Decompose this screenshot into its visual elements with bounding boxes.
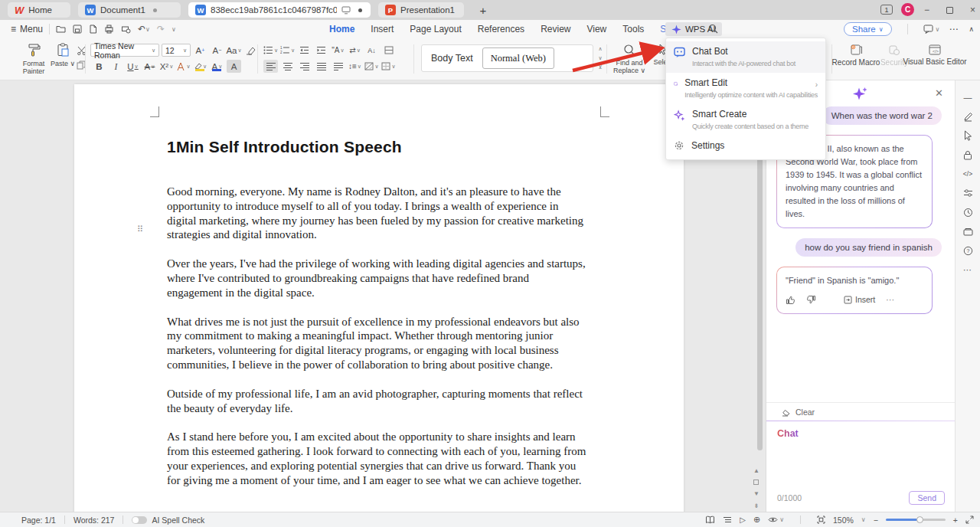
- tab-menu-home[interactable]: Home: [329, 24, 354, 34]
- clear-format-button[interactable]: [243, 44, 258, 57]
- next-page-double-icon[interactable]: ⇟: [754, 502, 760, 509]
- vertical-scrollbar[interactable]: [757, 129, 763, 450]
- outline-view-icon[interactable]: [723, 516, 732, 524]
- style-normal-web[interactable]: Normal (Web): [482, 47, 554, 69]
- zoom-dropdown-icon[interactable]: ∨: [861, 516, 866, 523]
- styles-down-icon[interactable]: ∨: [598, 55, 602, 61]
- edit-pen-icon[interactable]: [962, 110, 974, 123]
- tab-presentation1[interactable]: P Presentation1: [378, 2, 464, 18]
- tab-menu-insert[interactable]: Insert: [371, 24, 394, 34]
- read-mode-icon[interactable]: ▷: [740, 516, 746, 524]
- toolbar-more-icon[interactable]: ∨: [172, 26, 176, 33]
- export-pdf-button[interactable]: [89, 25, 97, 34]
- send-button[interactable]: Send: [909, 491, 945, 505]
- prev-page-icon[interactable]: ▲: [753, 467, 760, 474]
- thumbs-down-icon[interactable]: [806, 295, 816, 305]
- increase-indent-button[interactable]: [314, 44, 328, 57]
- close-panel-icon[interactable]: ✕: [935, 88, 943, 98]
- align-left-button[interactable]: [263, 60, 278, 73]
- paragraph[interactable]: What drives me is not just the pursuit o…: [167, 315, 587, 372]
- styles-more-icon[interactable]: ⊻: [598, 64, 602, 70]
- tab-menu-review[interactable]: Review: [541, 24, 570, 34]
- document-title[interactable]: 1Min Self Introduction Speech: [167, 138, 587, 156]
- eye-preview-icon[interactable]: ∨: [768, 516, 784, 523]
- tab-document1[interactable]: W Document1: [78, 2, 181, 18]
- strikethrough-button[interactable]: A∨: [142, 60, 157, 73]
- numbered-list-button[interactable]: 12∨: [280, 44, 295, 57]
- print-button[interactable]: [104, 25, 114, 34]
- paragraph[interactable]: Outside of my professional life, I am an…: [167, 387, 587, 416]
- superscript-button[interactable]: X²∨: [159, 60, 174, 73]
- minimize-button[interactable]: −: [924, 5, 929, 15]
- italic-button[interactable]: I: [109, 60, 123, 73]
- tab-menu-view[interactable]: View: [586, 24, 606, 34]
- style-body-text[interactable]: Body Text: [422, 53, 482, 64]
- print-preview-button[interactable]: [121, 25, 131, 34]
- tab-menu-page-layout[interactable]: Page Layout: [410, 24, 461, 34]
- text-effects-button[interactable]: ∨: [176, 60, 191, 73]
- web-layout-icon[interactable]: ⊕: [753, 515, 760, 525]
- search-icon[interactable]: [708, 24, 718, 34]
- more-actions-icon[interactable]: ⋯: [886, 293, 895, 306]
- spell-check-toggle[interactable]: [132, 516, 147, 524]
- paragraph[interactable]: As I stand here before you, I am excited…: [167, 430, 587, 487]
- history-clock-icon[interactable]: [962, 206, 974, 218]
- show-marks-button[interactable]: [381, 44, 396, 57]
- card-panel-icon[interactable]: [962, 225, 974, 237]
- new-tab-button[interactable]: +: [475, 2, 492, 18]
- paragraph[interactable]: Good morning, everyone. My name is Rodne…: [167, 185, 587, 242]
- word-count[interactable]: Words: 217: [74, 516, 115, 525]
- code-icon[interactable]: </>: [962, 168, 974, 180]
- more-options-button[interactable]: ⋯: [949, 24, 959, 34]
- undo-button[interactable]: ↶∨: [138, 24, 150, 34]
- borders-button[interactable]: ∨: [381, 60, 396, 73]
- restore-button[interactable]: [946, 7, 953, 14]
- collapse-strip-icon[interactable]: —: [962, 91, 974, 103]
- window-list-badge[interactable]: 1: [880, 5, 893, 15]
- decrease-indent-button[interactable]: [297, 44, 312, 57]
- clear-button[interactable]: Clear: [766, 403, 956, 421]
- close-button[interactable]: ×: [970, 5, 975, 15]
- highlight-color-button[interactable]: ∨: [193, 60, 207, 73]
- chat-input[interactable]: [766, 449, 956, 489]
- main-menu-button[interactable]: ≡ Menu: [11, 24, 43, 34]
- underline-button[interactable]: U∨: [126, 60, 140, 73]
- menu-item-settings[interactable]: Settings: [666, 136, 825, 156]
- font-color-button[interactable]: A∨: [210, 60, 224, 73]
- next-page-icon[interactable]: ▼: [753, 490, 760, 497]
- font-name-select[interactable]: Times New Roman∨: [90, 44, 159, 57]
- zoom-slider[interactable]: [886, 519, 946, 521]
- paragraph[interactable]: Over the years, I've had the privilege o…: [167, 257, 587, 300]
- align-right-button[interactable]: [297, 60, 312, 73]
- increase-font-button[interactable]: A+: [193, 44, 207, 57]
- comment-mode-button[interactable]: ∨: [923, 25, 940, 34]
- text-direction-button[interactable]: ⇄∨: [348, 44, 362, 57]
- tab-menu-tools[interactable]: Tools: [622, 24, 644, 34]
- share-button[interactable]: Share ∨: [844, 22, 892, 36]
- collapse-ribbon-button[interactable]: ∧: [969, 25, 974, 33]
- thumbs-up-icon[interactable]: [786, 295, 795, 305]
- menu-item-chat-bot[interactable]: Chat Bot Interact with the AI-powered ch…: [666, 41, 825, 73]
- styles-up-icon[interactable]: ∧: [598, 46, 602, 52]
- user-avatar[interactable]: C: [901, 3, 914, 16]
- vb-editor-button[interactable]: </> Visual Basic Editor: [900, 44, 969, 66]
- zoom-in-button[interactable]: +: [953, 516, 958, 525]
- document-page[interactable]: 1Min Self Introduction Speech Good morni…: [74, 84, 684, 512]
- shading-button[interactable]: ∨: [364, 60, 379, 73]
- select-cursor-icon[interactable]: [962, 129, 974, 142]
- fullscreen-icon[interactable]: [965, 516, 974, 524]
- distribute-button[interactable]: [331, 60, 345, 73]
- font-size-select[interactable]: 12∨: [162, 44, 191, 57]
- sort-button[interactable]: A↓: [364, 44, 379, 57]
- zoom-out-button[interactable]: −: [874, 516, 878, 525]
- find-replace-button[interactable]: Find and Replace ∨: [609, 44, 649, 74]
- phonetic-guide-button[interactable]: "A∨: [331, 44, 345, 57]
- record-macro-button[interactable]: Record Macro: [828, 44, 884, 67]
- save-button[interactable]: [73, 25, 82, 34]
- paste-button[interactable]: Paste ∨: [47, 43, 78, 67]
- char-shading-button[interactable]: A: [227, 60, 241, 73]
- change-case-button[interactable]: Aa∨: [227, 44, 241, 57]
- menu-item-smart-create[interactable]: Smart Create Quickly create content base…: [666, 104, 825, 136]
- justify-button[interactable]: [314, 60, 328, 73]
- bullet-list-button[interactable]: ∨: [263, 44, 278, 57]
